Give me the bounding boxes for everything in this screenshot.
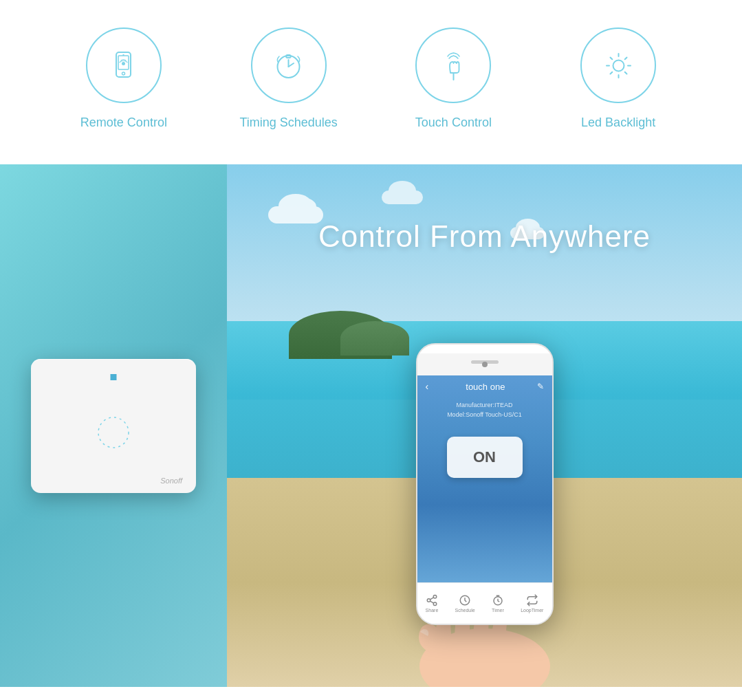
phone-nav-looptimer[interactable]: LoopTimer — [521, 594, 543, 613]
svg-point-20 — [427, 599, 430, 602]
svg-point-21 — [433, 602, 437, 606]
left-panel: Sonoff — [0, 164, 227, 687]
svg-point-9 — [613, 60, 624, 71]
feature-touch-control: Touch Control — [384, 28, 522, 130]
svg-line-23 — [430, 598, 433, 600]
phone-nav-share[interactable]: Share — [426, 594, 439, 613]
phone-screen-title: touch one — [434, 382, 536, 392]
phone-status-bar: 3G 1.09K/s 79% 11:31 — [417, 344, 552, 353]
led-backlight-icon-circle — [580, 28, 656, 103]
svg-line-17 — [610, 72, 612, 74]
phone-nav-timer[interactable]: Timer — [492, 594, 504, 613]
svg-point-18 — [98, 417, 129, 448]
phone-nav-schedule-label: Schedule — [455, 608, 475, 613]
phone-bottom-nav: Share Schedule — [417, 582, 552, 624]
svg-line-15 — [624, 72, 626, 74]
svg-line-7 — [289, 63, 294, 67]
headline-text: Control From Anywhere — [227, 219, 742, 254]
phone-nav-schedule[interactable]: Schedule — [455, 594, 475, 613]
hand-phone-container: 3G 1.09K/s 79% 11:31 ‹ touch one — [389, 343, 581, 687]
feature-timing-schedules: Timing Schedules — [220, 28, 358, 130]
svg-point-4 — [122, 63, 124, 65]
phone-status-left: 3G 1.09K/s — [424, 347, 448, 352]
touch-control-label: Touch Control — [415, 116, 492, 130]
touch-control-icon-circle — [415, 28, 491, 103]
svg-rect-27 — [433, 646, 536, 687]
phone-on-label: ON — [473, 448, 496, 466]
phone-camera — [482, 362, 488, 367]
timing-schedules-icon-circle — [251, 28, 327, 103]
svg-point-3 — [122, 72, 125, 75]
phone-status-right: 79% 11:31 — [522, 347, 545, 352]
phone-screen: ‹ touch one ✎ Manufacturer:ITEAD Model:S… — [417, 375, 552, 591]
phone-nav-timer-label: Timer — [492, 608, 504, 613]
phone-back-arrow[interactable]: ‹ — [426, 381, 429, 392]
brand-label: Sonoff — [160, 477, 182, 485]
smart-switch: Sonoff — [31, 359, 196, 493]
right-panel: Control From Anywhere 3G 1.09K/s 79% 11:… — [227, 164, 742, 687]
svg-line-14 — [610, 57, 612, 59]
bottom-section: Sonoff Control Fr — [0, 164, 742, 687]
phone-nav-looptimer-label: LoopTimer — [521, 608, 543, 613]
remote-control-label: Remote Control — [80, 116, 167, 130]
features-section: Remote Control Timing Schedules — [0, 0, 742, 164]
device-container: Sonoff — [31, 359, 196, 493]
feature-remote-control: Remote Control — [55, 28, 193, 130]
svg-point-19 — [433, 595, 437, 599]
svg-line-16 — [624, 57, 626, 59]
phone-holder: 3G 1.09K/s 79% 11:31 ‹ touch one — [389, 343, 581, 687]
phone-top-bar — [417, 353, 552, 375]
phone-model: Model:Sonoff Touch-US/C1 — [424, 410, 545, 419]
phone-manufacturer: Manufacturer:ITEAD — [424, 400, 545, 410]
timing-schedules-label: Timing Schedules — [239, 116, 337, 130]
led-backlight-label: Led Backlight — [581, 116, 655, 130]
phone-device-info: Manufacturer:ITEAD Model:Sonoff Touch-US… — [417, 397, 552, 423]
phone-nav-share-label: Share — [426, 608, 439, 613]
phone-on-button[interactable]: ON — [447, 437, 523, 478]
phone-mockup: 3G 1.09K/s 79% 11:31 ‹ touch one — [416, 343, 554, 625]
phone-nav-bar: ‹ touch one ✎ — [417, 375, 552, 397]
feature-led-backlight: Led Backlight — [549, 28, 687, 130]
svg-line-22 — [430, 601, 433, 603]
phone-edit-icon[interactable]: ✎ — [537, 382, 544, 391]
remote-control-icon-circle — [86, 28, 162, 103]
